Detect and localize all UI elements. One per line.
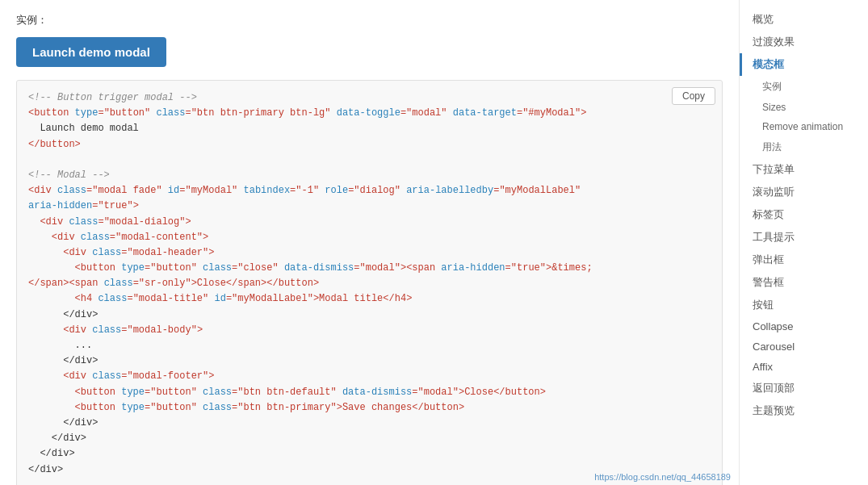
sidebar-item-affix[interactable]: Affix: [740, 357, 868, 377]
code-line: <h4 class="modal-title" id="myModalLabel…: [28, 291, 711, 307]
sidebar-item-button[interactable]: 按钮: [740, 294, 868, 316]
section-label: 实例：: [16, 13, 723, 27]
sidebar-nav: 概览过渡效果模态框实例SizesRemove animation用法下拉菜单滚动…: [740, 8, 868, 422]
code-line: <button type="button" class="btn btn-pri…: [28, 106, 711, 121]
sidebar-item-tooltip[interactable]: 工具提示: [740, 226, 868, 249]
code-line: Launch demo modal: [28, 121, 711, 136]
code-line: </div>: [28, 416, 711, 431]
code-line: <div class="modal-header">: [28, 245, 711, 261]
code-line: <!-- Button trigger modal -->: [28, 90, 711, 106]
main-content: 实例： Launch demo modal Copy <!-- Button t…: [0, 0, 739, 485]
launch-demo-button[interactable]: Launch demo modal: [16, 37, 166, 67]
code-line: ...: [28, 338, 711, 353]
code-line: [28, 153, 711, 168]
code-line: <button type="button" class="btn btn-pri…: [28, 400, 711, 416]
code-line: <div class="modal fade" id="myModal" tab…: [28, 183, 711, 199]
sidebar-item-modal-animation[interactable]: Remove animation: [740, 117, 868, 136]
sidebar-item-back-top[interactable]: 返回顶部: [740, 377, 868, 399]
copy-button[interactable]: Copy: [672, 87, 715, 105]
sidebar-item-modal[interactable]: 模态框: [740, 53, 868, 76]
code-line: <!-- Modal -->: [28, 168, 711, 183]
code-line: </span><span class="sr-only">Close</span…: [28, 276, 711, 291]
code-line: </div>: [28, 307, 711, 323]
sidebar-item-collapse[interactable]: Collapse: [740, 316, 868, 337]
code-line: </div>: [28, 431, 711, 446]
sidebar-item-modal-sizes[interactable]: Sizes: [740, 98, 868, 117]
code-line: <button type="button" class="btn btn-def…: [28, 385, 711, 400]
sidebar-item-theme[interactable]: 主题预览: [740, 399, 868, 422]
code-line: aria-hidden="true">: [28, 199, 711, 214]
sidebar-item-tab[interactable]: 标签页: [740, 203, 868, 226]
code-line: <div class="modal-dialog">: [28, 215, 711, 230]
sidebar-item-modal-example[interactable]: 实例: [740, 76, 868, 98]
code-line: </div>: [28, 353, 711, 369]
sidebar-item-carousel[interactable]: Carousel: [740, 337, 868, 357]
code-line: <div class="modal-content">: [28, 230, 711, 245]
code-line: <div class="modal-body">: [28, 323, 711, 338]
code-block: Copy <!-- Button trigger modal --><butto…: [16, 80, 723, 485]
sidebar-item-popover[interactable]: 弹出框: [740, 249, 868, 271]
code-line: <button type="button" class="close" data…: [28, 261, 711, 276]
code-line: <div class="modal-footer">: [28, 369, 711, 384]
sidebar-item-modal-usage[interactable]: 用法: [740, 136, 868, 158]
sidebar-item-transition[interactable]: 过渡效果: [740, 31, 868, 53]
code-line: </div>: [28, 446, 711, 462]
watermark: https://blog.csdn.net/qq_44658189: [594, 472, 731, 482]
sidebar-item-scrollspy[interactable]: 滚动监听: [740, 181, 868, 203]
code-content: <!-- Button trigger modal --><button typ…: [28, 90, 711, 478]
code-line: </button>: [28, 137, 711, 153]
sidebar-item-alert[interactable]: 警告框: [740, 271, 868, 294]
sidebar: 概览过渡效果模态框实例SizesRemove animation用法下拉菜单滚动…: [739, 0, 868, 485]
sidebar-item-overview[interactable]: 概览: [740, 8, 868, 31]
sidebar-item-dropdown[interactable]: 下拉菜单: [740, 158, 868, 181]
